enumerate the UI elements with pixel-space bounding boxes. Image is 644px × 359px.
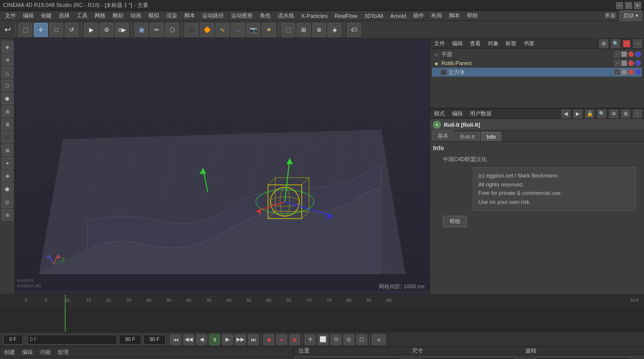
render-view[interactable]: ▶ <box>84 23 98 37</box>
layout-selector[interactable]: 启动 ▾ <box>620 10 642 21</box>
menu-mesh[interactable]: 网格 <box>92 11 108 20</box>
menu-render[interactable]: 渲染 <box>163 11 180 20</box>
prev-frame-button[interactable]: ◀ <box>196 334 207 345</box>
obj-search-btn[interactable]: 🔍 <box>611 39 620 48</box>
left-tool-2[interactable]: ⊕ <box>1 54 13 66</box>
menu-plugins[interactable]: 插件 <box>410 11 427 20</box>
attr-menu-userdata[interactable]: 用户数据 <box>468 109 494 118</box>
spline-obj[interactable]: ∿ <box>215 23 229 37</box>
menu-3dtoall[interactable]: 3DToAll <box>361 12 386 20</box>
next-key-button[interactable]: ▶▶ <box>235 334 246 345</box>
live-select[interactable]: ▣ <box>134 23 148 37</box>
menu-tools[interactable]: 工具 <box>74 11 91 20</box>
menu-arnold[interactable]: Arnold <box>387 12 409 20</box>
attr-settings-btn[interactable]: ⚙ <box>609 109 618 118</box>
maximize-button[interactable]: □ <box>625 2 632 9</box>
timeline-btn[interactable]: ≡ <box>372 334 386 345</box>
attr-menu-edit[interactable]: 编辑 <box>450 109 465 118</box>
menu-motionpath[interactable]: 运动路径 <box>199 11 227 20</box>
light-obj[interactable]: ☀ <box>262 23 276 37</box>
anim-mode-4[interactable]: ◎ <box>343 334 354 345</box>
menu-xparticles[interactable]: X-Particles <box>298 12 330 20</box>
to-start-button[interactable]: ⏮ <box>170 334 181 345</box>
obj-row-rollit-parent[interactable]: ◈ Rollit-Parent ✓ <box>432 59 642 68</box>
to-end-button[interactable]: ⏭ <box>248 334 259 345</box>
viewport[interactable]: 透视视图 <box>15 39 430 294</box>
left-tool-14[interactable]: ⊛ <box>1 209 13 221</box>
paint-mode[interactable]: ✏ <box>150 23 164 37</box>
menu-char[interactable]: 角色 <box>257 11 274 20</box>
obj-menu-tags[interactable]: 标签 <box>504 39 519 48</box>
current-frame-input[interactable] <box>3 335 23 345</box>
floor-obj[interactable]: ⬚ <box>281 23 295 37</box>
rotate-tool[interactable]: ↺ <box>65 23 79 37</box>
menu-file[interactable]: 文件 <box>2 11 19 20</box>
tab-info[interactable]: Info <box>481 132 501 141</box>
attr-lock-btn[interactable]: 🔒 <box>585 109 594 118</box>
attr-search-btn[interactable]: 🔍 <box>597 109 606 118</box>
tab-basic[interactable]: 基本 <box>432 130 454 141</box>
render-queue[interactable]: ≡▶ <box>115 23 129 37</box>
attr-expand-btn[interactable]: ⊞ <box>621 109 630 118</box>
help-button[interactable]: 帮助 <box>443 216 467 227</box>
deformer-obj[interactable]: ⬦ <box>231 23 245 37</box>
undo-button[interactable]: ↩ <box>2 24 13 35</box>
record-rot-button[interactable]: ◉ <box>289 334 300 345</box>
left-tool-7[interactable]: ≣ <box>1 118 13 130</box>
attr-dots-btn[interactable]: ⋮ <box>633 109 642 118</box>
end-frame-input2[interactable] <box>143 335 166 345</box>
prev-key-button[interactable]: ◀◀ <box>183 334 194 345</box>
attr-prev-btn[interactable]: ◀ <box>561 109 570 118</box>
tab-rollit[interactable]: Roll-It <box>455 132 480 141</box>
menu-create[interactable]: 创建 <box>38 11 55 20</box>
sculpt-mode[interactable]: ⬡ <box>165 23 179 37</box>
render-settings[interactable]: ⚙ <box>100 23 113 37</box>
left-tool-6[interactable]: ⊞ <box>1 105 13 117</box>
left-tool-4[interactable]: ⬡ <box>1 80 13 91</box>
left-tool-12[interactable]: ⬟ <box>1 183 13 195</box>
left-tool-10[interactable]: ✦ <box>1 157 13 169</box>
anim-mode-5[interactable]: ⬡ <box>356 334 367 345</box>
left-tool-9[interactable]: ⊠ <box>1 144 13 156</box>
menu-layout[interactable]: 布局 <box>428 11 445 20</box>
menu-select[interactable]: 选择 <box>56 11 73 20</box>
camera-obj[interactable]: 📷 <box>246 23 260 37</box>
obj-menu-edit[interactable]: 编辑 <box>450 39 465 48</box>
tag-1[interactable]: 🏷 <box>347 23 361 37</box>
array-obj[interactable]: ⊞ <box>297 23 311 37</box>
obj-row-cube[interactable]: ⬛ 立方体 ✓ <box>432 68 642 77</box>
menu-script[interactable]: 脚本 <box>181 11 198 20</box>
left-tool-8[interactable]: ⬛ <box>1 131 13 143</box>
obj-dots-btn[interactable]: ⋯ <box>633 39 642 48</box>
menu-simulate[interactable]: 模拟 <box>145 11 162 20</box>
boole-obj[interactable]: ⊗ <box>312 23 326 37</box>
record-button[interactable]: ⏺ <box>263 334 274 345</box>
obj-color-btn[interactable] <box>623 40 630 47</box>
menu-realflow[interactable]: RealFlow <box>331 12 360 20</box>
left-tool-11[interactable]: ❋ <box>1 170 13 182</box>
anim-mode-3[interactable]: ⊙ <box>330 334 341 345</box>
obj-menu-object[interactable]: 对象 <box>486 39 501 48</box>
left-tool-13[interactable]: ◎ <box>1 196 13 208</box>
next-frame-button[interactable]: ▶ <box>222 334 233 345</box>
play-pause-button[interactable]: ⏸ <box>209 334 220 345</box>
instance-obj[interactable]: ◈ <box>327 23 341 37</box>
record-pos-button[interactable]: ● <box>276 334 287 345</box>
timeline-track[interactable] <box>0 306 644 332</box>
attr-menu-mode[interactable]: 模式 <box>432 109 447 118</box>
obj-row-plane[interactable]: ▱ 平面 ✓ <box>432 50 642 59</box>
menu-script2[interactable]: 脚本 <box>446 11 463 20</box>
scale-tool[interactable]: □ <box>49 23 63 37</box>
anim-mode-2[interactable]: ⬜ <box>318 334 328 345</box>
mograph-tab-create[interactable]: 创建 <box>2 348 17 357</box>
move-tool[interactable]: ✛ <box>34 23 48 37</box>
cube-obj[interactable]: ⬛ <box>185 23 199 37</box>
nurbs-obj[interactable]: 🔶 <box>200 23 214 37</box>
left-tool-1[interactable]: ◈ <box>1 41 13 53</box>
menu-pipeline[interactable]: 流水线 <box>275 11 297 20</box>
mograph-tab-edit[interactable]: 编辑 <box>20 348 35 357</box>
timeline-ruler[interactable]: 0 5 10 15 20 25 30 35 40 45 50 55 60 65 … <box>0 295 644 306</box>
minimize-button[interactable]: ─ <box>616 2 623 9</box>
obj-menu-file[interactable]: 文件 <box>432 39 447 48</box>
obj-expand-btn[interactable]: ⊞ <box>599 39 608 48</box>
